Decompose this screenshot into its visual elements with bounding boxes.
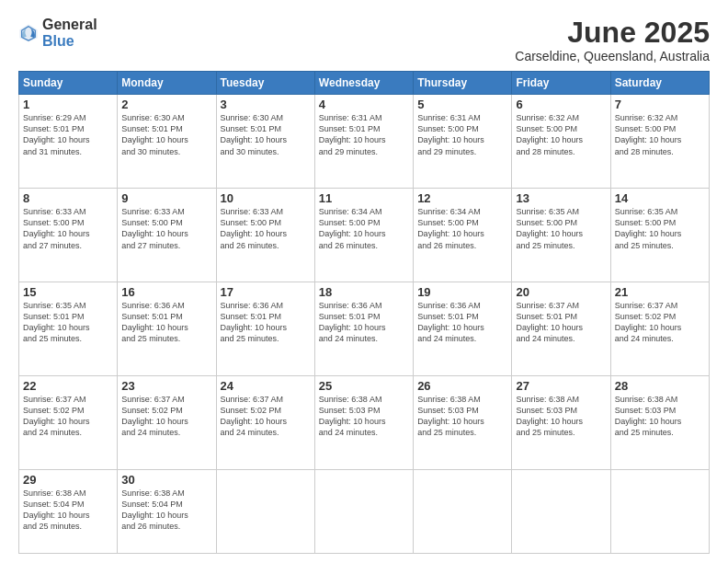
col-monday: Monday	[118, 72, 216, 95]
svg-marker-0	[19, 24, 37, 41]
cell-day-number: 7	[615, 98, 705, 111]
table-row: 6Sunrise: 6:32 AM Sunset: 5:00 PM Daylig…	[512, 95, 610, 189]
cell-info: Sunrise: 6:37 AM Sunset: 5:02 PM Dayligh…	[221, 394, 311, 439]
cell-info: Sunrise: 6:29 AM Sunset: 5:01 PM Dayligh…	[23, 112, 113, 157]
col-thursday: Thursday	[414, 72, 512, 95]
cell-info: Sunrise: 6:31 AM Sunset: 5:01 PM Dayligh…	[319, 112, 409, 157]
table-row: 10Sunrise: 6:33 AM Sunset: 5:00 PM Dayli…	[216, 189, 314, 282]
calendar-row: 8Sunrise: 6:33 AM Sunset: 5:00 PM Daylig…	[19, 189, 710, 282]
col-friday: Friday	[512, 72, 610, 95]
cell-info: Sunrise: 6:31 AM Sunset: 5:00 PM Dayligh…	[417, 112, 507, 157]
table-row: 3Sunrise: 6:30 AM Sunset: 5:01 PM Daylig…	[216, 95, 314, 189]
cell-day-number: 1	[23, 98, 113, 111]
table-row: 5Sunrise: 6:31 AM Sunset: 5:00 PM Daylig…	[414, 95, 512, 189]
location-title: Carseldine, Queensland, Australia	[515, 49, 710, 63]
logo-icon	[18, 23, 39, 43]
cell-day-number: 6	[516, 98, 606, 111]
cell-info: Sunrise: 6:36 AM Sunset: 5:01 PM Dayligh…	[417, 300, 507, 345]
table-row	[216, 469, 314, 553]
cell-day-number: 23	[121, 379, 211, 393]
table-row: 29Sunrise: 6:38 AM Sunset: 5:04 PM Dayli…	[19, 469, 118, 553]
table-row	[314, 469, 413, 553]
cell-day-number: 4	[319, 98, 409, 111]
cell-info: Sunrise: 6:36 AM Sunset: 5:01 PM Dayligh…	[319, 300, 409, 345]
table-row: 7Sunrise: 6:32 AM Sunset: 5:00 PM Daylig…	[610, 95, 709, 189]
table-row: 26Sunrise: 6:38 AM Sunset: 5:03 PM Dayli…	[414, 375, 512, 469]
cell-info: Sunrise: 6:35 AM Sunset: 5:01 PM Dayligh…	[23, 300, 113, 345]
table-row: 8Sunrise: 6:33 AM Sunset: 5:00 PM Daylig…	[19, 189, 118, 282]
header: General Blue June 2025 Carseldine, Queen…	[18, 17, 710, 63]
cell-day-number: 29	[23, 473, 113, 487]
cell-day-number: 8	[23, 191, 113, 205]
cell-day-number: 10	[221, 191, 311, 205]
calendar-table: Sunday Monday Tuesday Wednesday Thursday…	[18, 71, 710, 554]
cell-day-number: 24	[221, 379, 311, 393]
table-row: 17Sunrise: 6:36 AM Sunset: 5:01 PM Dayli…	[216, 282, 314, 376]
table-row: 23Sunrise: 6:37 AM Sunset: 5:02 PM Dayli…	[118, 375, 216, 469]
cell-day-number: 12	[417, 191, 507, 205]
cell-info: Sunrise: 6:37 AM Sunset: 5:02 PM Dayligh…	[615, 300, 705, 345]
cell-info: Sunrise: 6:38 AM Sunset: 5:03 PM Dayligh…	[417, 394, 507, 439]
col-tuesday: Tuesday	[216, 72, 314, 95]
table-row: 16Sunrise: 6:36 AM Sunset: 5:01 PM Dayli…	[118, 282, 216, 376]
table-row: 4Sunrise: 6:31 AM Sunset: 5:01 PM Daylig…	[314, 95, 413, 189]
cell-day-number: 25	[319, 379, 409, 393]
cell-day-number: 2	[121, 98, 211, 111]
table-row: 18Sunrise: 6:36 AM Sunset: 5:01 PM Dayli…	[314, 282, 413, 376]
cell-day-number: 30	[121, 473, 211, 487]
calendar-row: 1Sunrise: 6:29 AM Sunset: 5:01 PM Daylig…	[19, 95, 710, 189]
title-area: June 2025 Carseldine, Queensland, Austra…	[515, 17, 710, 63]
table-row: 12Sunrise: 6:34 AM Sunset: 5:00 PM Dayli…	[414, 189, 512, 282]
cell-day-number: 20	[516, 285, 606, 299]
cell-day-number: 14	[615, 191, 705, 205]
table-row: 1Sunrise: 6:29 AM Sunset: 5:01 PM Daylig…	[19, 95, 118, 189]
calendar-row: 22Sunrise: 6:37 AM Sunset: 5:02 PM Dayli…	[19, 375, 710, 469]
cell-info: Sunrise: 6:37 AM Sunset: 5:02 PM Dayligh…	[23, 394, 113, 439]
cell-info: Sunrise: 6:38 AM Sunset: 5:04 PM Dayligh…	[23, 488, 113, 533]
cell-day-number: 18	[319, 285, 409, 299]
col-saturday: Saturday	[610, 72, 709, 95]
cell-info: Sunrise: 6:34 AM Sunset: 5:00 PM Dayligh…	[319, 206, 409, 251]
cell-day-number: 27	[516, 379, 606, 393]
col-wednesday: Wednesday	[314, 72, 413, 95]
cell-info: Sunrise: 6:33 AM Sunset: 5:00 PM Dayligh…	[23, 206, 113, 251]
table-row: 25Sunrise: 6:38 AM Sunset: 5:03 PM Dayli…	[314, 375, 413, 469]
table-row: 11Sunrise: 6:34 AM Sunset: 5:00 PM Dayli…	[314, 189, 413, 282]
page: General Blue June 2025 Carseldine, Queen…	[0, 0, 728, 563]
cell-info: Sunrise: 6:32 AM Sunset: 5:00 PM Dayligh…	[615, 112, 705, 157]
calendar-header-row: Sunday Monday Tuesday Wednesday Thursday…	[19, 72, 710, 95]
cell-info: Sunrise: 6:32 AM Sunset: 5:00 PM Dayligh…	[516, 112, 606, 157]
table-row	[512, 469, 610, 553]
table-row: 14Sunrise: 6:35 AM Sunset: 5:00 PM Dayli…	[610, 189, 709, 282]
table-row: 24Sunrise: 6:37 AM Sunset: 5:02 PM Dayli…	[216, 375, 314, 469]
cell-info: Sunrise: 6:38 AM Sunset: 5:03 PM Dayligh…	[615, 394, 705, 439]
table-row: 13Sunrise: 6:35 AM Sunset: 5:00 PM Dayli…	[512, 189, 610, 282]
table-row: 22Sunrise: 6:37 AM Sunset: 5:02 PM Dayli…	[19, 375, 118, 469]
cell-info: Sunrise: 6:33 AM Sunset: 5:00 PM Dayligh…	[221, 206, 311, 251]
cell-day-number: 9	[121, 191, 211, 205]
cell-day-number: 3	[221, 98, 311, 111]
table-row: 27Sunrise: 6:38 AM Sunset: 5:03 PM Dayli…	[512, 375, 610, 469]
cell-day-number: 22	[23, 379, 113, 393]
cell-day-number: 17	[221, 285, 311, 299]
table-row: 9Sunrise: 6:33 AM Sunset: 5:00 PM Daylig…	[118, 189, 216, 282]
cell-day-number: 16	[121, 285, 211, 299]
cell-info: Sunrise: 6:38 AM Sunset: 5:03 PM Dayligh…	[319, 394, 409, 439]
table-row: 2Sunrise: 6:30 AM Sunset: 5:01 PM Daylig…	[118, 95, 216, 189]
cell-info: Sunrise: 6:34 AM Sunset: 5:00 PM Dayligh…	[417, 206, 507, 251]
logo-text: General Blue	[42, 17, 97, 50]
cell-info: Sunrise: 6:36 AM Sunset: 5:01 PM Dayligh…	[221, 300, 311, 345]
table-row: 15Sunrise: 6:35 AM Sunset: 5:01 PM Dayli…	[19, 282, 118, 376]
table-row: 20Sunrise: 6:37 AM Sunset: 5:01 PM Dayli…	[512, 282, 610, 376]
cell-info: Sunrise: 6:38 AM Sunset: 5:03 PM Dayligh…	[516, 394, 606, 439]
cell-info: Sunrise: 6:37 AM Sunset: 5:01 PM Dayligh…	[516, 300, 606, 345]
month-title: June 2025	[515, 17, 710, 49]
cell-info: Sunrise: 6:36 AM Sunset: 5:01 PM Dayligh…	[121, 300, 211, 345]
table-row	[610, 469, 709, 553]
cell-day-number: 21	[615, 285, 705, 299]
cell-info: Sunrise: 6:37 AM Sunset: 5:02 PM Dayligh…	[121, 394, 211, 439]
table-row: 28Sunrise: 6:38 AM Sunset: 5:03 PM Dayli…	[610, 375, 709, 469]
cell-day-number: 19	[417, 285, 507, 299]
cell-info: Sunrise: 6:35 AM Sunset: 5:00 PM Dayligh…	[615, 206, 705, 251]
cell-info: Sunrise: 6:30 AM Sunset: 5:01 PM Dayligh…	[221, 112, 311, 157]
